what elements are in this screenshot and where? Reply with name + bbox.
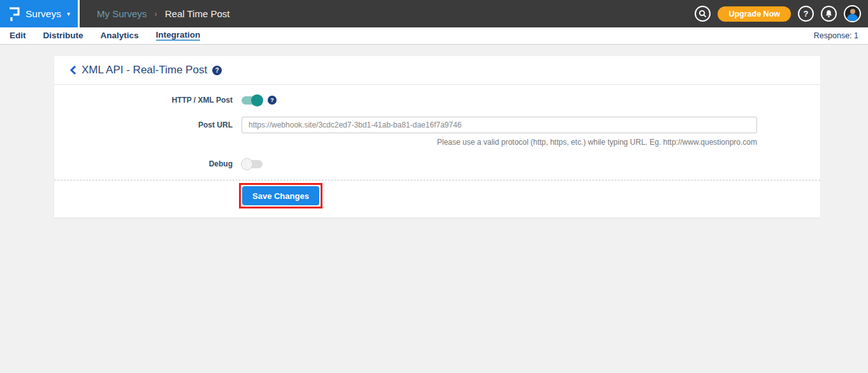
post-url-input[interactable] [242,117,757,133]
http-xml-post-label: HTTP / XML Post [54,96,233,105]
panel-title: XML API - Real-Time Post [82,64,207,77]
realtime-post-form: HTTP / XML Post ? Post URL Please use a … [54,85,820,217]
question-mark-icon: ? [804,9,809,18]
upgrade-now-button[interactable]: Upgrade Now [718,6,791,22]
debug-row: Debug [54,157,820,170]
post-url-label: Post URL [54,121,233,129]
http-xml-post-toggle[interactable] [242,96,263,105]
avatar-body [847,14,858,22]
response-count: Response: 1 [814,31,868,40]
debug-toggle[interactable] [242,160,263,168]
panel-header: XML API - Real-Time Post ? [54,56,820,85]
post-url-row: Post URL [54,117,820,133]
toggle-knob [251,94,263,106]
save-row: Save Changes [54,180,820,211]
panel-help-icon[interactable]: ? [212,66,222,75]
topbar: Surveys ▾ My Surveys › Real Time Post Up… [0,0,868,27]
debug-label: Debug [54,159,233,168]
post-url-helper-text: Please use a valid protocol (http, https… [242,138,757,147]
save-changes-button[interactable]: Save Changes [242,186,319,205]
user-avatar[interactable] [844,5,861,22]
tab-distribute[interactable]: Distribute [43,31,83,41]
breadcrumb-current-survey: Real Time Post [165,8,230,19]
breadcrumb-separator-icon: › [154,9,157,18]
survey-subnav: Edit Distribute Analytics Integration Re… [0,27,868,45]
avatar-head [850,9,855,14]
breadcrumb-my-surveys[interactable]: My Surveys [97,8,147,19]
toggle-knob [241,158,253,170]
questionpro-logo-icon [8,6,20,22]
tab-integration[interactable]: Integration [156,31,201,41]
http-xml-post-help-icon[interactable]: ? [268,96,277,105]
breadcrumb: My Surveys › Real Time Post [97,8,229,19]
surveys-menu-button[interactable]: Surveys ▾ [0,0,80,27]
back-chevron-icon[interactable] [69,65,76,75]
search-icon [698,10,707,18]
help-button[interactable]: ? [798,6,814,22]
post-url-helper-row: Please use a valid protocol (http, https… [54,138,820,147]
bell-icon [825,10,833,18]
search-button[interactable] [695,6,711,22]
chevron-down-icon: ▾ [67,10,70,17]
tab-analytics[interactable]: Analytics [101,31,139,41]
product-label: Surveys [25,8,61,20]
notifications-button[interactable] [821,6,837,22]
http-xml-post-row: HTTP / XML Post ? [54,94,820,106]
xml-api-panel: XML API - Real-Time Post ? HTTP / XML Po… [54,56,820,217]
topbar-actions: Upgrade Now ? [695,5,868,22]
annotation-highlight: Save Changes [239,183,322,208]
tab-edit[interactable]: Edit [10,31,26,41]
